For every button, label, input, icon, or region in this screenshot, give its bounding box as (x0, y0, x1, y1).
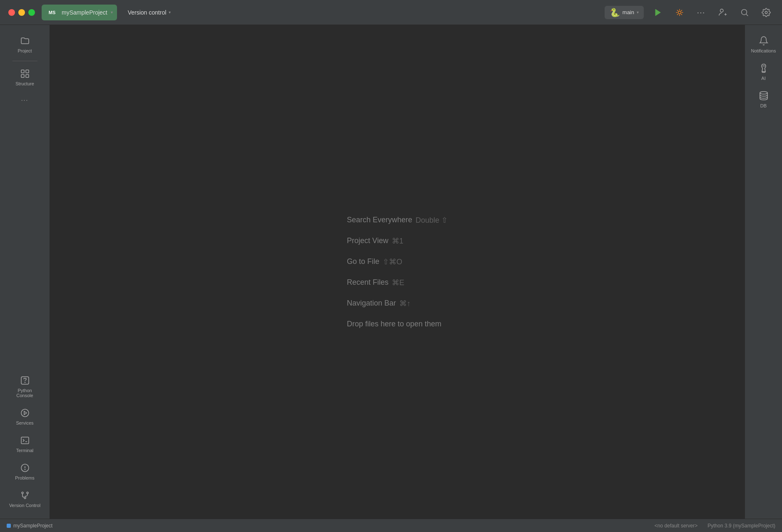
svg-point-10 (25, 382, 25, 383)
sidebar-item-python-console[interactable]: Python Console (4, 371, 46, 402)
close-button[interactable] (8, 9, 15, 16)
hint-project-view: Project View ⌘1 (347, 236, 448, 246)
hint-drop-files: Drop files here to open them (347, 320, 448, 328)
services-icon (20, 408, 30, 418)
sidebar-item-project[interactable]: Project (4, 32, 46, 57)
right-sidebar-item-notifications[interactable]: Notifications (747, 32, 780, 57)
status-project-name: mySampleProject (13, 523, 52, 529)
svg-rect-13 (21, 437, 29, 444)
svg-point-16 (25, 470, 25, 470)
sidebar-item-structure[interactable]: Structure (4, 65, 46, 90)
run-icon (654, 8, 662, 17)
right-sidebar-ai-label: AI (761, 76, 765, 81)
sidebar-item-version-control-label: Version Control (9, 503, 40, 508)
hint-project-view-text: Project View (347, 236, 389, 245)
settings-icon (762, 8, 771, 17)
project-badge[interactable]: MS mySampleProject ▾ (42, 5, 117, 20)
database-icon (759, 91, 769, 101)
svg-point-11 (21, 409, 29, 417)
more-options-button[interactable]: ⋯ (694, 5, 709, 20)
svg-marker-12 (24, 411, 27, 415)
right-sidebar-item-ai[interactable]: AI (747, 59, 780, 85)
search-button[interactable] (737, 5, 752, 20)
svg-marker-0 (655, 9, 660, 15)
run-config-dropdown-icon: ▾ (637, 10, 639, 15)
settings-button[interactable] (759, 5, 774, 20)
svg-point-20 (760, 92, 767, 94)
folder-icon (20, 36, 30, 46)
main-layout: Project Structure ... Python Console (0, 25, 782, 519)
bell-icon (759, 36, 769, 46)
version-control-button[interactable]: Version control ▾ (124, 7, 175, 17)
right-sidebar-item-db[interactable]: DB (747, 87, 780, 112)
hint-search-everywhere-shortcut: Double ⇧ (416, 216, 448, 225)
hint-navigation-bar-text: Navigation Bar (347, 299, 396, 308)
sidebar-more-button[interactable]: ... (18, 92, 32, 105)
sidebar-item-structure-label: Structure (15, 81, 34, 86)
svg-rect-7 (21, 75, 24, 77)
hint-go-to-file-shortcut: ⇧⌘O (383, 257, 402, 266)
sidebar-item-project-label: Project (17, 48, 32, 53)
debug-icon (675, 8, 684, 17)
hint-search-everywhere: Search Everywhere Double ⇧ (347, 216, 448, 225)
sidebar-item-problems-label: Problems (15, 475, 34, 480)
project-name: mySampleProject (62, 9, 107, 16)
center-area: Search Everywhere Double ⇧ Project View … (50, 25, 745, 519)
python-icon: 🐍 (610, 7, 620, 17)
sidebar-item-services[interactable]: Services (4, 404, 46, 430)
svg-point-1 (678, 11, 681, 14)
traffic-lights (8, 9, 35, 16)
status-python: Python 3.9 (mySampleProject) (707, 523, 775, 529)
hint-drop-files-text: Drop files here to open them (347, 320, 441, 328)
sidebar-item-terminal[interactable]: Terminal (4, 431, 46, 457)
svg-point-18 (27, 492, 28, 494)
project-dropdown-icon: ▾ (111, 10, 113, 15)
status-project[interactable]: mySampleProject (7, 523, 52, 529)
python-console-icon (20, 375, 30, 385)
statusbar: mySampleProject <no default server> Pyth… (0, 519, 782, 532)
svg-point-2 (720, 9, 723, 12)
svg-rect-5 (21, 70, 24, 73)
minimize-button[interactable] (18, 9, 25, 16)
titlebar: MS mySampleProject ▾ Version control ▾ 🐍… (0, 0, 782, 25)
more-options-icon: ⋯ (697, 7, 706, 17)
run-button[interactable] (650, 5, 665, 20)
svg-rect-6 (26, 70, 29, 73)
welcome-hints: Search Everywhere Double ⇧ Project View … (347, 216, 448, 328)
add-user-icon (718, 8, 727, 17)
right-sidebar: Notifications AI DB (745, 25, 782, 519)
svg-point-17 (22, 492, 23, 494)
right-sidebar-notifications-label: Notifications (751, 48, 776, 53)
sidebar-item-version-control[interactable]: Version Control (4, 486, 46, 512)
project-initials: MS (46, 6, 58, 19)
sidebar-item-services-label: Services (16, 420, 33, 425)
debug-button[interactable] (672, 5, 687, 20)
hint-go-to-file-text: Go to File (347, 257, 379, 266)
problems-icon (20, 463, 30, 473)
status-dot (7, 524, 11, 528)
sidebar-item-terminal-label: Terminal (16, 448, 34, 453)
hint-recent-files-shortcut: ⌘E (392, 278, 404, 287)
svg-point-19 (24, 497, 26, 499)
hint-go-to-file: Go to File ⇧⌘O (347, 257, 448, 266)
hint-navigation-bar-shortcut: ⌘↑ (399, 299, 411, 308)
version-control-label: Version control (128, 9, 167, 16)
hint-recent-files-text: Recent Files (347, 278, 389, 287)
version-control-icon (20, 490, 30, 500)
sidebar-item-problems[interactable]: Problems (4, 459, 46, 485)
svg-rect-8 (26, 75, 29, 77)
add-user-button[interactable] (715, 5, 730, 20)
structure-icon (20, 69, 30, 79)
svg-point-3 (742, 9, 747, 15)
right-sidebar-db-label: DB (760, 103, 767, 108)
hint-navigation-bar: Navigation Bar ⌘↑ (347, 299, 448, 308)
sidebar-divider-1 (12, 61, 37, 61)
maximize-button[interactable] (28, 9, 35, 16)
terminal-icon (20, 435, 30, 445)
run-configuration[interactable]: 🐍 main ▾ (605, 6, 644, 19)
hint-search-everywhere-text: Search Everywhere (347, 216, 412, 224)
hint-recent-files: Recent Files ⌘E (347, 278, 448, 287)
search-icon (740, 8, 749, 17)
hint-project-view-shortcut: ⌘1 (392, 236, 403, 246)
status-server: <no default server> (655, 523, 697, 529)
